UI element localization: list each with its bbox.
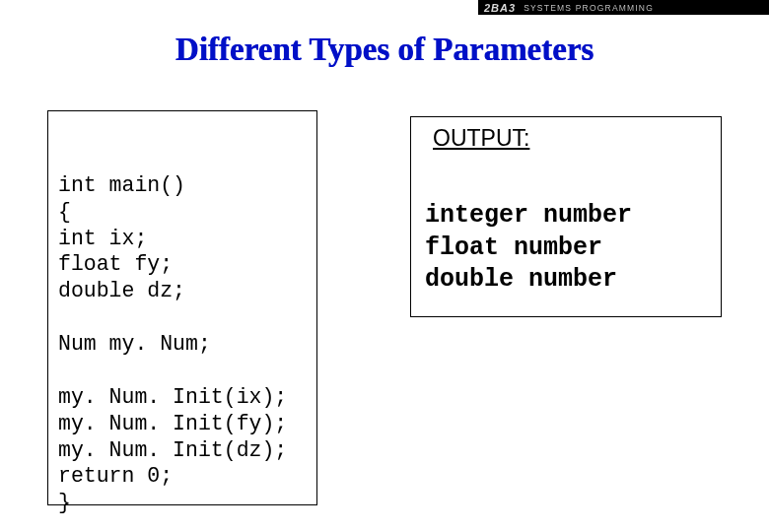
- header-bar: 2BA3 SYSTEMS PROGRAMMING: [478, 0, 769, 15]
- output-box: OUTPUT: integer number float number doub…: [410, 116, 722, 317]
- output-lines: integer number float number double numbe…: [425, 200, 632, 297]
- slide-title: Different Types of Parameters: [0, 32, 769, 68]
- course-label: SYSTEMS PROGRAMMING: [524, 3, 654, 13]
- code-text: int main() { int ix; float fy; double dz…: [58, 172, 307, 516]
- code-box: int main() { int ix; float fy; double dz…: [47, 110, 317, 505]
- logo-text: 2BA3: [484, 2, 516, 14]
- output-label: OUTPUT:: [433, 125, 529, 152]
